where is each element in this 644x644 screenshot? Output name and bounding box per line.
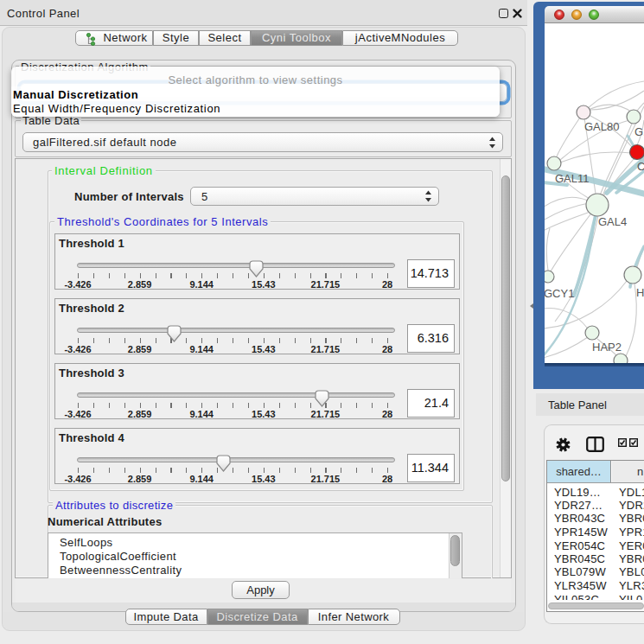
svg-text:H: H <box>636 286 644 299</box>
svg-text:G.: G. <box>634 125 644 138</box>
svg-text:GAL4: GAL4 <box>598 215 627 228</box>
svg-text:GAL11: GAL11 <box>555 172 590 185</box>
svg-text:GCY1: GCY1 <box>545 287 574 300</box>
svg-text:C: C <box>637 160 644 173</box>
svg-text:HAP2: HAP2 <box>592 341 622 354</box>
svg-text:GAL80: GAL80 <box>584 120 619 133</box>
